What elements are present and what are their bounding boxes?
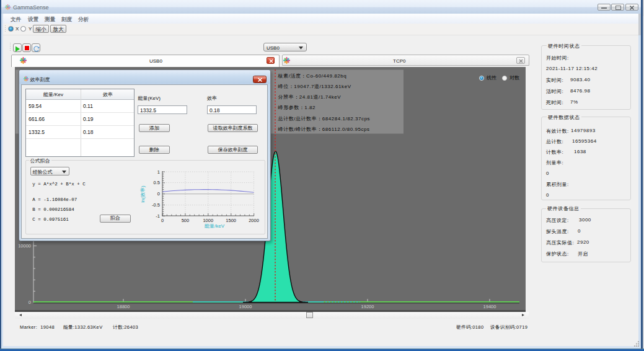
- svg-text:19400: 19400: [483, 304, 496, 309]
- svg-text:19000: 19000: [239, 304, 252, 309]
- svg-text:-0.5: -0.5: [152, 202, 160, 208]
- svg-text:0.5: 0.5: [154, 180, 160, 185]
- svg-text:ln(效率): ln(效率): [140, 185, 146, 203]
- svg-text:1000: 1000: [203, 218, 213, 223]
- svg-text:18800: 18800: [117, 304, 130, 309]
- svg-text:0: 0: [161, 218, 164, 223]
- svg-text:0: 0: [29, 300, 31, 305]
- svg-text:能量/keV: 能量/keV: [205, 223, 225, 229]
- svg-text:10000: 10000: [18, 243, 31, 249]
- svg-text:-1: -1: [156, 213, 160, 219]
- svg-text:500: 500: [182, 218, 190, 223]
- svg-text:0: 0: [157, 191, 160, 197]
- svg-text:1500: 1500: [226, 218, 236, 223]
- svg-text:19200: 19200: [361, 304, 374, 309]
- svg-text:2000: 2000: [249, 218, 259, 223]
- svg-text:1: 1: [157, 169, 160, 175]
